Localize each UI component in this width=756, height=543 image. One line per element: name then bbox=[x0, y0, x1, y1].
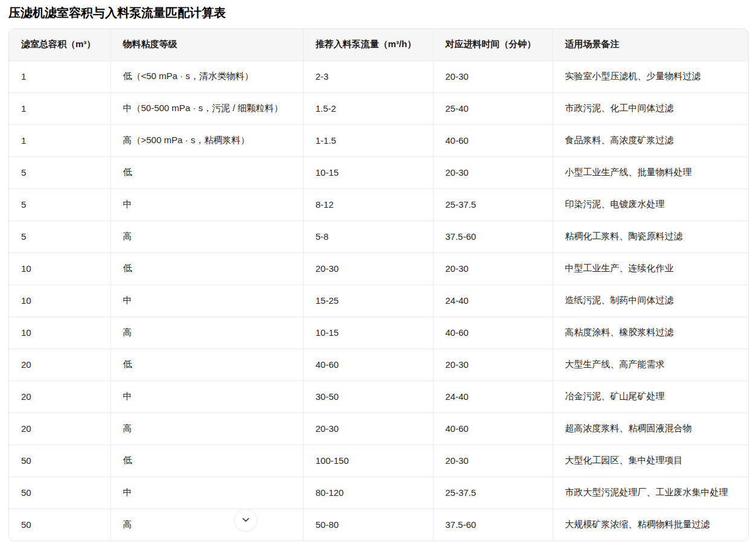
table-row: 50低100-15020-30大型化工园区、集中处理项目 bbox=[9, 445, 748, 477]
table-row: 50高50-8037.5-60大规模矿浆浓缩、粘稠物料批量过滤 bbox=[9, 509, 748, 541]
table-cell: 20-30 bbox=[433, 349, 553, 381]
table-cell: 1 bbox=[9, 60, 111, 92]
table-cell: 大型生产线、高产能需求 bbox=[553, 349, 748, 381]
table-cell: 造纸污泥、制药中间体过滤 bbox=[553, 284, 748, 316]
table-row: 1低（<50 mPa · s，清水类物料）2-320-30实验室小型压滤机、少量… bbox=[9, 60, 748, 92]
table-cell: 10 bbox=[9, 316, 111, 349]
table-cell: 5-8 bbox=[303, 220, 433, 252]
table-cell: 1 bbox=[9, 124, 111, 156]
table-cell: 超高浓度浆料、粘稠固液混合物 bbox=[553, 413, 748, 445]
table-cell: 20-30 bbox=[433, 60, 553, 92]
table-cell: 37.5-60 bbox=[433, 509, 553, 541]
flow-matching-table: 滤室总容积（m³）物料粘度等级推荐入料泵流量（m³/h）对应进料时间（分钟）适用… bbox=[9, 29, 748, 541]
table-cell: 50 bbox=[9, 509, 111, 541]
table-cell: 中 bbox=[111, 477, 303, 509]
table-row: 10中15-2524-40造纸污泥、制药中间体过滤 bbox=[9, 284, 748, 316]
table-row: 5中8-1225-37.5印染污泥、电镀废水处理 bbox=[9, 188, 748, 220]
table-cell: 低 bbox=[111, 252, 303, 284]
table-cell: 市政大型污泥处理厂、工业废水集中处理 bbox=[553, 477, 748, 509]
table-row: 1中（50-500 mPa · s，污泥 / 细颗粒料）1.5-225-40市政… bbox=[9, 92, 748, 124]
table-cell: 25-37.5 bbox=[433, 188, 553, 220]
table-cell: 20-30 bbox=[433, 445, 553, 477]
table-cell: 20-30 bbox=[303, 413, 433, 445]
table-cell: 8-12 bbox=[303, 188, 433, 220]
table-cell: 10-15 bbox=[303, 316, 433, 349]
table-cell: 中 bbox=[111, 188, 303, 220]
table-cell: 24-40 bbox=[433, 381, 553, 413]
table-cell: 40-60 bbox=[433, 124, 553, 156]
table-cell: 高粘度涂料、橡胶浆料过滤 bbox=[553, 316, 748, 349]
page-title: 压滤机滤室容积与入料泵流量匹配计算表 bbox=[8, 5, 756, 21]
table-cell: 50 bbox=[9, 445, 111, 477]
table-cell: 食品浆料、高浓度矿浆过滤 bbox=[553, 124, 748, 156]
table-cell: 冶金污泥、矿山尾矿处理 bbox=[553, 381, 748, 413]
table-cell: 50 bbox=[9, 477, 111, 509]
table-cell: 1-1.5 bbox=[303, 124, 433, 156]
table-cell: 20-30 bbox=[433, 156, 553, 188]
table-cell: 低 bbox=[111, 156, 303, 188]
table-cell: 5 bbox=[9, 220, 111, 252]
table-cell: 40-60 bbox=[303, 349, 433, 381]
table-cell: 1 bbox=[9, 92, 111, 124]
table-cell: 25-37.5 bbox=[433, 477, 553, 509]
table-row: 20低40-6020-30大型生产线、高产能需求 bbox=[9, 349, 748, 381]
table-cell: 40-60 bbox=[433, 413, 553, 445]
table-cell: 1.5-2 bbox=[303, 92, 433, 124]
table-cell: 高 bbox=[111, 509, 303, 541]
table-cell: 高 bbox=[111, 220, 303, 252]
table-cell: 低（<50 mPa · s，清水类物料） bbox=[111, 60, 303, 92]
table-body: 1低（<50 mPa · s，清水类物料）2-320-30实验室小型压滤机、少量… bbox=[9, 60, 748, 541]
table-cell: 实验室小型压滤机、少量物料过滤 bbox=[553, 60, 748, 92]
table-cell: 10-15 bbox=[303, 156, 433, 188]
table-cell: 20 bbox=[9, 349, 111, 381]
table-cell: 高 bbox=[111, 413, 303, 445]
table-cell: 40-60 bbox=[433, 316, 553, 349]
table-row: 10低20-3020-30中型工业生产、连续化作业 bbox=[9, 252, 748, 284]
table-cell: 20-30 bbox=[433, 252, 553, 284]
table-cell: 中 bbox=[111, 284, 303, 316]
chevron-down-icon bbox=[241, 515, 251, 525]
data-table-container: 滤室总容积（m³）物料粘度等级推荐入料泵流量（m³/h）对应进料时间（分钟）适用… bbox=[8, 28, 749, 541]
header-cell: 滤室总容积（m³） bbox=[9, 29, 111, 60]
header-row: 滤室总容积（m³）物料粘度等级推荐入料泵流量（m³/h）对应进料时间（分钟）适用… bbox=[9, 29, 748, 60]
table-cell: 中型工业生产、连续化作业 bbox=[553, 252, 748, 284]
table-cell: 大规模矿浆浓缩、粘稠物料批量过滤 bbox=[553, 509, 748, 541]
table-cell: 大型化工园区、集中处理项目 bbox=[553, 445, 748, 477]
table-cell: 20 bbox=[9, 381, 111, 413]
table-cell: 小型工业生产线、批量物料处理 bbox=[553, 156, 748, 188]
table-cell: 10 bbox=[9, 252, 111, 284]
table-cell: 5 bbox=[9, 156, 111, 188]
table-cell: 高（>500 mPa · s，粘稠浆料） bbox=[111, 124, 303, 156]
table-cell: 24-40 bbox=[433, 284, 553, 316]
table-cell: 37.5-60 bbox=[433, 220, 553, 252]
table-cell: 印染污泥、电镀废水处理 bbox=[553, 188, 748, 220]
table-cell: 100-150 bbox=[303, 445, 433, 477]
table-cell: 80-120 bbox=[303, 477, 433, 509]
table-cell: 25-40 bbox=[433, 92, 553, 124]
table-cell: 高 bbox=[111, 316, 303, 349]
table-cell: 中 bbox=[111, 381, 303, 413]
table-cell: 20-30 bbox=[303, 252, 433, 284]
header-cell: 推荐入料泵流量（m³/h） bbox=[303, 29, 433, 60]
header-cell: 物料粘度等级 bbox=[111, 29, 303, 60]
table-row: 20高20-3040-60超高浓度浆料、粘稠固液混合物 bbox=[9, 413, 748, 445]
table-cell: 15-25 bbox=[303, 284, 433, 316]
table-row: 50中80-12025-37.5市政大型污泥处理厂、工业废水集中处理 bbox=[9, 477, 748, 509]
expand-table-button[interactable] bbox=[234, 509, 257, 532]
table-row: 10高10-1540-60高粘度涂料、橡胶浆料过滤 bbox=[9, 316, 748, 349]
table-row: 20中30-5024-40冶金污泥、矿山尾矿处理 bbox=[9, 381, 748, 413]
table-row: 5低10-1520-30小型工业生产线、批量物料处理 bbox=[9, 156, 748, 188]
header-cell: 对应进料时间（分钟） bbox=[433, 29, 553, 60]
table-row: 5高5-837.5-60粘稠化工浆料、陶瓷原料过滤 bbox=[9, 220, 748, 252]
table-cell: 2-3 bbox=[303, 60, 433, 92]
table-cell: 低 bbox=[111, 445, 303, 477]
table-cell: 50-80 bbox=[303, 509, 433, 541]
table-cell: 5 bbox=[9, 188, 111, 220]
table-cell: 市政污泥、化工中间体过滤 bbox=[553, 92, 748, 124]
table-cell: 10 bbox=[9, 284, 111, 316]
table-header: 滤室总容积（m³）物料粘度等级推荐入料泵流量（m³/h）对应进料时间（分钟）适用… bbox=[9, 29, 748, 60]
table-cell: 30-50 bbox=[303, 381, 433, 413]
table-cell: 粘稠化工浆料、陶瓷原料过滤 bbox=[553, 220, 748, 252]
table-row: 1高（>500 mPa · s，粘稠浆料）1-1.540-60食品浆料、高浓度矿… bbox=[9, 124, 748, 156]
header-cell: 适用场景备注 bbox=[553, 29, 748, 60]
